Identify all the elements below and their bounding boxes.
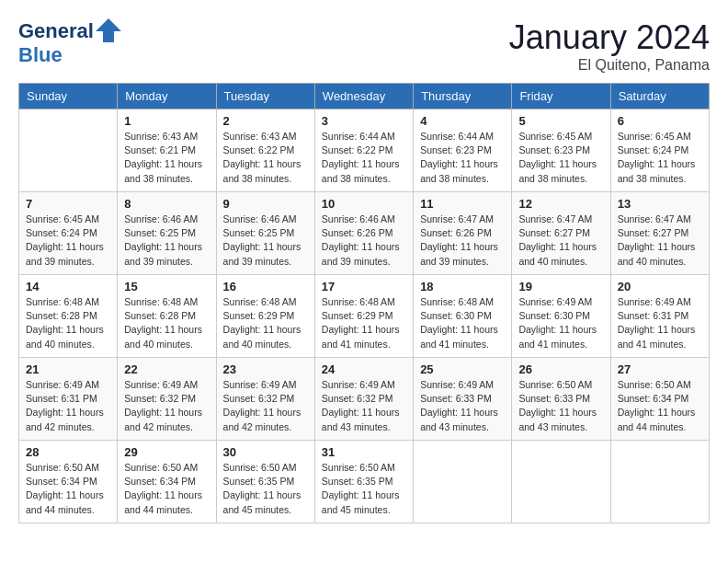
day-cell-16: 16Sunrise: 6:48 AMSunset: 6:29 PMDayligh… bbox=[216, 275, 314, 358]
day-number: 22 bbox=[124, 362, 209, 376]
day-info: Sunrise: 6:50 AMSunset: 6:35 PMDaylight:… bbox=[322, 461, 406, 517]
day-cell-7: 7Sunrise: 6:45 AMSunset: 6:24 PMDaylight… bbox=[19, 192, 118, 275]
day-cell-1: 1Sunrise: 6:43 AMSunset: 6:21 PMDaylight… bbox=[118, 109, 216, 192]
day-number: 1 bbox=[124, 114, 209, 128]
day-number: 23 bbox=[223, 362, 308, 376]
header-monday: Monday bbox=[118, 84, 216, 109]
svg-marker-0 bbox=[96, 18, 121, 42]
day-info: Sunrise: 6:49 AMSunset: 6:33 PMDaylight:… bbox=[420, 378, 505, 434]
day-cell-5: 5Sunrise: 6:45 AMSunset: 6:23 PMDaylight… bbox=[512, 109, 610, 192]
day-info: Sunrise: 6:49 AMSunset: 6:32 PMDaylight:… bbox=[322, 378, 406, 434]
day-info: Sunrise: 6:48 AMSunset: 6:29 PMDaylight:… bbox=[223, 295, 308, 351]
day-cell-15: 15Sunrise: 6:48 AMSunset: 6:28 PMDayligh… bbox=[118, 275, 216, 358]
day-info: Sunrise: 6:49 AMSunset: 6:32 PMDaylight:… bbox=[223, 378, 308, 434]
day-cell-6: 6Sunrise: 6:45 AMSunset: 6:24 PMDaylight… bbox=[610, 109, 709, 192]
day-cell-2: 2Sunrise: 6:43 AMSunset: 6:22 PMDaylight… bbox=[216, 109, 314, 192]
day-number: 31 bbox=[322, 445, 406, 459]
header-tuesday: Tuesday bbox=[216, 84, 314, 109]
day-number: 3 bbox=[322, 114, 406, 128]
week-row-5: 28Sunrise: 6:50 AMSunset: 6:34 PMDayligh… bbox=[19, 441, 710, 523]
day-number: 18 bbox=[420, 280, 505, 293]
day-number: 6 bbox=[618, 114, 702, 128]
day-info: Sunrise: 6:44 AMSunset: 6:22 PMDaylight:… bbox=[322, 130, 406, 186]
calendar-body: 1Sunrise: 6:43 AMSunset: 6:21 PMDaylight… bbox=[19, 109, 710, 523]
day-info: Sunrise: 6:45 AMSunset: 6:24 PMDaylight:… bbox=[26, 213, 110, 269]
day-info: Sunrise: 6:45 AMSunset: 6:23 PMDaylight:… bbox=[518, 130, 603, 186]
month-title: January 2024 bbox=[509, 18, 710, 57]
day-cell-8: 8Sunrise: 6:46 AMSunset: 6:25 PMDaylight… bbox=[118, 192, 216, 275]
day-cell-27: 27Sunrise: 6:50 AMSunset: 6:34 PMDayligh… bbox=[610, 358, 709, 441]
day-number: 14 bbox=[26, 280, 110, 293]
day-cell-3: 3Sunrise: 6:44 AMSunset: 6:22 PMDaylight… bbox=[314, 109, 413, 192]
day-number: 12 bbox=[518, 197, 603, 211]
logo: General Blue bbox=[18, 18, 121, 67]
day-info: Sunrise: 6:43 AMSunset: 6:21 PMDaylight:… bbox=[124, 130, 209, 186]
day-number: 21 bbox=[26, 362, 110, 376]
day-info: Sunrise: 6:48 AMSunset: 6:30 PMDaylight:… bbox=[420, 295, 505, 351]
day-cell-11: 11Sunrise: 6:47 AMSunset: 6:26 PMDayligh… bbox=[414, 192, 512, 275]
day-number: 17 bbox=[322, 280, 406, 293]
day-info: Sunrise: 6:47 AMSunset: 6:26 PMDaylight:… bbox=[420, 213, 505, 269]
day-info: Sunrise: 6:45 AMSunset: 6:24 PMDaylight:… bbox=[618, 130, 702, 186]
day-number: 9 bbox=[223, 197, 308, 211]
day-number: 11 bbox=[420, 197, 505, 211]
logo-icon bbox=[96, 18, 121, 42]
day-cell-19: 19Sunrise: 6:49 AMSunset: 6:30 PMDayligh… bbox=[512, 275, 610, 358]
day-number: 29 bbox=[124, 445, 209, 459]
day-cell-empty bbox=[512, 441, 610, 523]
day-number: 19 bbox=[518, 280, 603, 293]
day-number: 16 bbox=[223, 280, 308, 293]
day-info: Sunrise: 6:43 AMSunset: 6:22 PMDaylight:… bbox=[223, 130, 308, 186]
day-number: 24 bbox=[322, 362, 406, 376]
day-cell-4: 4Sunrise: 6:44 AMSunset: 6:23 PMDaylight… bbox=[414, 109, 512, 192]
day-info: Sunrise: 6:50 AMSunset: 6:35 PMDaylight:… bbox=[223, 461, 308, 517]
day-cell-17: 17Sunrise: 6:48 AMSunset: 6:29 PMDayligh… bbox=[314, 275, 413, 358]
day-info: Sunrise: 6:46 AMSunset: 6:25 PMDaylight:… bbox=[124, 213, 209, 269]
day-number: 27 bbox=[618, 362, 702, 376]
day-cell-18: 18Sunrise: 6:48 AMSunset: 6:30 PMDayligh… bbox=[414, 275, 512, 358]
day-cell-9: 9Sunrise: 6:46 AMSunset: 6:25 PMDaylight… bbox=[216, 192, 314, 275]
day-cell-30: 30Sunrise: 6:50 AMSunset: 6:35 PMDayligh… bbox=[216, 441, 314, 523]
calendar-header-row: SundayMondayTuesdayWednesdayThursdayFrid… bbox=[19, 84, 710, 109]
day-number: 2 bbox=[223, 114, 308, 128]
header-wednesday: Wednesday bbox=[314, 84, 413, 109]
day-number: 28 bbox=[26, 445, 110, 459]
day-info: Sunrise: 6:49 AMSunset: 6:31 PMDaylight:… bbox=[618, 295, 702, 351]
day-number: 10 bbox=[322, 197, 406, 211]
day-cell-29: 29Sunrise: 6:50 AMSunset: 6:34 PMDayligh… bbox=[118, 441, 216, 523]
week-row-1: 1Sunrise: 6:43 AMSunset: 6:21 PMDaylight… bbox=[19, 109, 710, 192]
header-saturday: Saturday bbox=[610, 84, 709, 109]
day-cell-21: 21Sunrise: 6:49 AMSunset: 6:31 PMDayligh… bbox=[19, 358, 118, 441]
day-cell-empty bbox=[610, 441, 709, 523]
day-cell-28: 28Sunrise: 6:50 AMSunset: 6:34 PMDayligh… bbox=[19, 441, 118, 523]
day-info: Sunrise: 6:48 AMSunset: 6:29 PMDaylight:… bbox=[322, 295, 406, 351]
day-cell-20: 20Sunrise: 6:49 AMSunset: 6:31 PMDayligh… bbox=[610, 275, 709, 358]
week-row-4: 21Sunrise: 6:49 AMSunset: 6:31 PMDayligh… bbox=[19, 358, 710, 441]
day-info: Sunrise: 6:47 AMSunset: 6:27 PMDaylight:… bbox=[518, 213, 603, 269]
day-cell-empty bbox=[19, 109, 118, 192]
day-info: Sunrise: 6:46 AMSunset: 6:26 PMDaylight:… bbox=[322, 213, 406, 269]
day-number: 30 bbox=[223, 445, 308, 459]
day-info: Sunrise: 6:49 AMSunset: 6:31 PMDaylight:… bbox=[26, 378, 110, 434]
calendar-table: SundayMondayTuesdayWednesdayThursdayFrid… bbox=[18, 83, 710, 523]
day-info: Sunrise: 6:46 AMSunset: 6:25 PMDaylight:… bbox=[223, 213, 308, 269]
day-info: Sunrise: 6:50 AMSunset: 6:33 PMDaylight:… bbox=[518, 378, 603, 434]
title-block: January 2024 El Quiteno, Panama bbox=[509, 18, 710, 74]
day-number: 7 bbox=[26, 197, 110, 211]
week-row-3: 14Sunrise: 6:48 AMSunset: 6:28 PMDayligh… bbox=[19, 275, 710, 358]
day-cell-12: 12Sunrise: 6:47 AMSunset: 6:27 PMDayligh… bbox=[512, 192, 610, 275]
day-cell-23: 23Sunrise: 6:49 AMSunset: 6:32 PMDayligh… bbox=[216, 358, 314, 441]
header-friday: Friday bbox=[512, 84, 610, 109]
day-info: Sunrise: 6:47 AMSunset: 6:27 PMDaylight:… bbox=[618, 213, 702, 269]
day-cell-24: 24Sunrise: 6:49 AMSunset: 6:32 PMDayligh… bbox=[314, 358, 413, 441]
day-number: 5 bbox=[518, 114, 603, 128]
day-info: Sunrise: 6:44 AMSunset: 6:23 PMDaylight:… bbox=[420, 130, 505, 186]
day-info: Sunrise: 6:49 AMSunset: 6:32 PMDaylight:… bbox=[124, 378, 209, 434]
day-number: 4 bbox=[420, 114, 505, 128]
day-cell-14: 14Sunrise: 6:48 AMSunset: 6:28 PMDayligh… bbox=[19, 275, 118, 358]
day-info: Sunrise: 6:50 AMSunset: 6:34 PMDaylight:… bbox=[124, 461, 209, 517]
location: El Quiteno, Panama bbox=[509, 57, 710, 74]
day-number: 8 bbox=[124, 197, 209, 211]
day-number: 13 bbox=[618, 197, 702, 211]
day-info: Sunrise: 6:48 AMSunset: 6:28 PMDaylight:… bbox=[124, 295, 209, 351]
